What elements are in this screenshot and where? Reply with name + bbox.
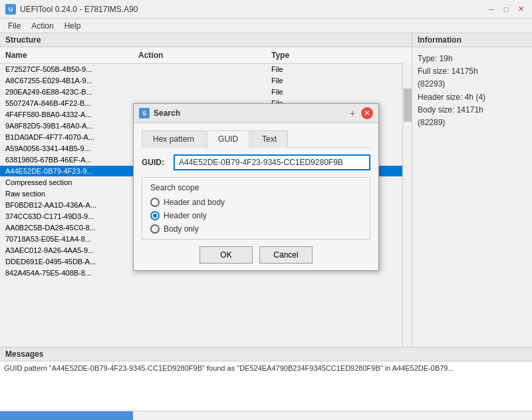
messages-content: GUID pattern "A44E52DE-0B79-4F23-9345-CC… [0, 361, 532, 411]
cell-action [133, 65, 266, 74]
cell-name: 842A454A-75E5-408B-8... [0, 268, 133, 278]
dialog-plus-button[interactable]: + [346, 107, 358, 119]
table-row[interactable]: 290EA249-6E88-423C-B... File [0, 87, 412, 98]
cell-name: A44E52DE-0B79-4F23-9... [0, 166, 133, 176]
cell-name: DDED691E-0495-45DB-A... [0, 257, 133, 266]
radio-body-only[interactable]: Body only [150, 224, 362, 234]
cell-name: E72527CF-505B-4B50-9... [0, 65, 133, 74]
cell-action [133, 76, 266, 85]
messages-header: Messages [0, 347, 532, 361]
scope-title: Search scope [150, 183, 362, 192]
cell-name: Compressed section [0, 178, 133, 187]
app-icon: U [5, 4, 16, 15]
radio-header-body[interactable]: Header and body [150, 198, 362, 207]
table-row[interactable]: A8C67255-E029-4B1A-9... File [0, 75, 412, 87]
tab-text[interactable]: Text [251, 130, 288, 148]
tab-hex-pattern[interactable]: Hex pattern [142, 130, 205, 148]
table-row[interactable]: E72527CF-505B-4B50-9... File [0, 64, 412, 75]
cell-name: 290EA249-6E88-423C-B... [0, 87, 133, 97]
cell-name: 4F4FF580-B8A0-4332-A... [0, 110, 133, 119]
dialog-title-icon: S [139, 108, 150, 118]
structure-header: Structure [0, 33, 412, 47]
cell-name: A8C67255-E029-4B1A-9... [0, 76, 133, 85]
info-line-6: (82289) [418, 116, 527, 129]
radio-body-only-label: Body only [164, 224, 199, 234]
cell-name: A59A0056-3341-44B5-9... [0, 144, 133, 153]
cell-type: File [266, 65, 346, 74]
menubar: File Action Help [0, 19, 532, 33]
col-type-header: Type [266, 49, 346, 61]
dialog-title-text: Search [154, 108, 180, 118]
guid-input[interactable] [174, 154, 370, 170]
info-line-1: Type: 19h [418, 53, 527, 65]
info-panel: Information Type: 19h Full size: 14175h … [412, 33, 532, 347]
info-line-5: Body size: 14171h [418, 104, 527, 116]
menu-file[interactable]: File [3, 20, 26, 32]
col-name-header: Name [0, 49, 133, 61]
cell-action [133, 87, 266, 97]
dialog-close-button[interactable]: ✕ [361, 107, 373, 119]
col-action-header: Action [133, 49, 266, 61]
scrollbar-thumb[interactable] [404, 89, 412, 122]
info-line-3: (82293) [418, 78, 527, 91]
radio-header-only-label: Header only [164, 211, 207, 220]
radio-body-only-btn[interactable] [150, 224, 160, 234]
menu-action[interactable]: Action [26, 20, 59, 32]
window-close-button[interactable]: ✕ [515, 3, 527, 15]
cell-name: 5507247A-846B-4F22-B... [0, 99, 133, 108]
radio-header-body-btn[interactable] [150, 198, 160, 207]
cell-type: File [266, 87, 346, 97]
restore-button[interactable]: □ [500, 3, 512, 15]
vertical-scrollbar[interactable] [402, 62, 412, 347]
guid-row: GUID: [142, 154, 370, 170]
search-dialog: S Search + ✕ Hex pattern GUID Text GUID:… [133, 103, 379, 271]
cell-name: Raw section [0, 189, 133, 198]
cell-name: 70718A53-E05E-41A4-8... [0, 234, 133, 244]
dialog-body: Hex pattern GUID Text GUID: Search scope… [134, 123, 378, 270]
window-title: UEFITool 0.24.0 - E7817IMS.A90 [20, 5, 138, 14]
dialog-footer: OK Cancel [142, 246, 370, 264]
cell-name: AA0B2C5B-DA28-45C0-8... [0, 223, 133, 232]
window-controls: ─ □ ✕ [485, 3, 527, 15]
dialog-titlebar[interactable]: S Search + ✕ [134, 104, 378, 123]
message-text: GUID pattern "A44E52DE-0B79-4F23-9345-CC… [4, 364, 528, 372]
dialog-title: S Search [139, 108, 180, 118]
dialog-controls: + ✕ [346, 107, 373, 119]
radio-header-only[interactable]: Header only [150, 211, 362, 220]
titlebar: U UEFITool 0.24.0 - E7817IMS.A90 ─ □ ✕ [0, 0, 532, 19]
cell-name: BF0BDB12-AA1D-436A-A... [0, 200, 133, 210]
cell-name: 374CC63D-C171-49D3-9... [0, 212, 133, 221]
cell-name: B1DA0ADF-4F77-4070-A... [0, 132, 133, 142]
guid-label: GUID: [142, 158, 168, 167]
tab-bar: Hex pattern GUID Text [142, 130, 370, 148]
radio-header-only-btn[interactable] [150, 211, 160, 220]
info-content: Type: 19h Full size: 14175h (82293) Head… [412, 47, 532, 134]
messages-scroll-thumb[interactable] [0, 411, 133, 420]
cancel-button[interactable]: Cancel [259, 246, 313, 264]
radio-header-body-label: Header and body [164, 198, 225, 207]
titlebar-left: U UEFITool 0.24.0 - E7817IMS.A90 [5, 4, 138, 15]
scope-section: Search scope Header and body Header only… [142, 177, 370, 240]
info-line-2: Full size: 14175h [418, 65, 527, 78]
menu-help[interactable]: Help [59, 20, 86, 32]
info-line-4: Header size: 4h (4) [418, 91, 527, 104]
cell-name: 9A8F82D5-39B1-48A0-A... [0, 121, 133, 130]
cell-name: 63819805-67BB-46EF-A... [0, 155, 133, 164]
table-header: Name Action Type [0, 47, 412, 64]
cell-name: A3AEC012-9A26-4AA5-9... [0, 246, 133, 255]
messages-panel: Messages GUID pattern "A44E52DE-0B79-4F2… [0, 347, 532, 420]
cell-type: File [266, 76, 346, 85]
messages-scrollbar[interactable] [0, 411, 532, 420]
ok-button[interactable]: OK [200, 246, 253, 264]
minimize-button[interactable]: ─ [485, 3, 497, 15]
info-header: Information [412, 33, 532, 47]
tab-guid[interactable]: GUID [207, 130, 249, 148]
